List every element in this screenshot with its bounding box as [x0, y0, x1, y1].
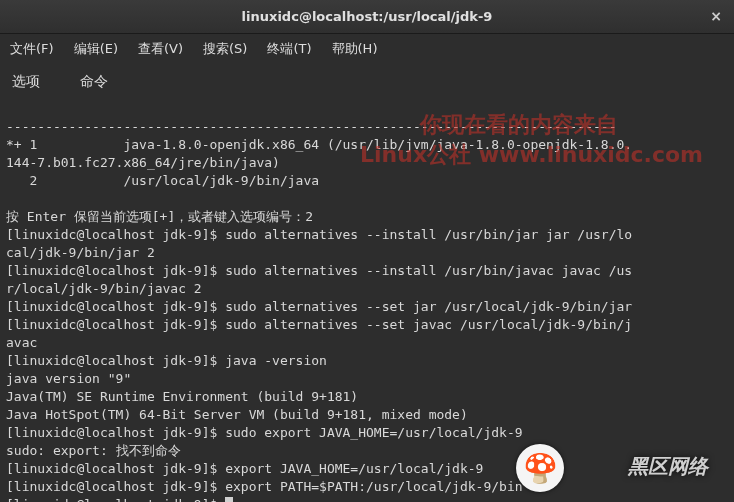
window-close-button[interactable]: × [708, 8, 724, 24]
terminal-line: cal/jdk-9/bin/jar 2 [6, 245, 155, 260]
window-titlebar: linuxidc@localhost:/usr/local/jdk-9 × [0, 0, 734, 34]
terminal-line: 2 /usr/local/jdk-9/bin/java [6, 173, 319, 188]
terminal-line: sudo: export: 找不到命令 [6, 443, 181, 458]
tab-options[interactable]: 选项 [12, 73, 40, 91]
menu-edit[interactable]: 编辑(E) [70, 38, 122, 60]
terminal-line: [linuxidc@localhost jdk-9]$ sudo alterna… [6, 227, 632, 242]
terminal-prompt: [linuxidc@localhost jdk-9]$ [6, 497, 225, 502]
terminal-line: [linuxidc@localhost jdk-9]$ export JAVA_… [6, 461, 483, 476]
menu-help[interactable]: 帮助(H) [328, 38, 382, 60]
terminal-line: [linuxidc@localhost jdk-9]$ sudo alterna… [6, 299, 632, 314]
terminal-line: [linuxidc@localhost jdk-9]$ sudo export … [6, 425, 523, 440]
terminal-line: avac [6, 335, 37, 350]
menu-terminal[interactable]: 终端(T) [263, 38, 315, 60]
terminal-line: 144-7.b01.fc27.x86_64/jre/bin/java) [6, 155, 280, 170]
terminal-line: r/local/jdk-9/bin/javac 2 [6, 281, 202, 296]
menu-bar: 文件(F) 编辑(E) 查看(V) 搜索(S) 终端(T) 帮助(H) [0, 34, 734, 64]
tab-command[interactable]: 命令 [80, 73, 108, 91]
terminal-line: Java(TM) SE Runtime Environment (build 9… [6, 389, 358, 404]
terminal-line: 按 Enter 保留当前选项[+]，或者键入选项编号：2 [6, 209, 313, 224]
terminal-line: [linuxidc@localhost jdk-9]$ java -versio… [6, 353, 327, 368]
terminal-line: *+ 1 java-1.8.0-openjdk.x86_64 (/usr/lib… [6, 137, 632, 152]
terminal-cursor [225, 497, 233, 502]
menu-view[interactable]: 查看(V) [134, 38, 187, 60]
context-menu-row: 选项 命令 [0, 64, 734, 100]
terminal-viewport[interactable]: ----------------------------------------… [0, 100, 734, 502]
terminal-line: [linuxidc@localhost jdk-9]$ export PATH=… [6, 479, 523, 494]
terminal-line: ----------------------------------------… [6, 119, 616, 134]
menu-search[interactable]: 搜索(S) [199, 38, 251, 60]
terminal-line: [linuxidc@localhost jdk-9]$ sudo alterna… [6, 263, 632, 278]
window-title: linuxidc@localhost:/usr/local/jdk-9 [242, 9, 493, 24]
menu-file[interactable]: 文件(F) [6, 38, 58, 60]
terminal-line: [linuxidc@localhost jdk-9]$ sudo alterna… [6, 317, 632, 332]
terminal-line: java version "9" [6, 371, 131, 386]
terminal-line: Java HotSpot(TM) 64-Bit Server VM (build… [6, 407, 468, 422]
